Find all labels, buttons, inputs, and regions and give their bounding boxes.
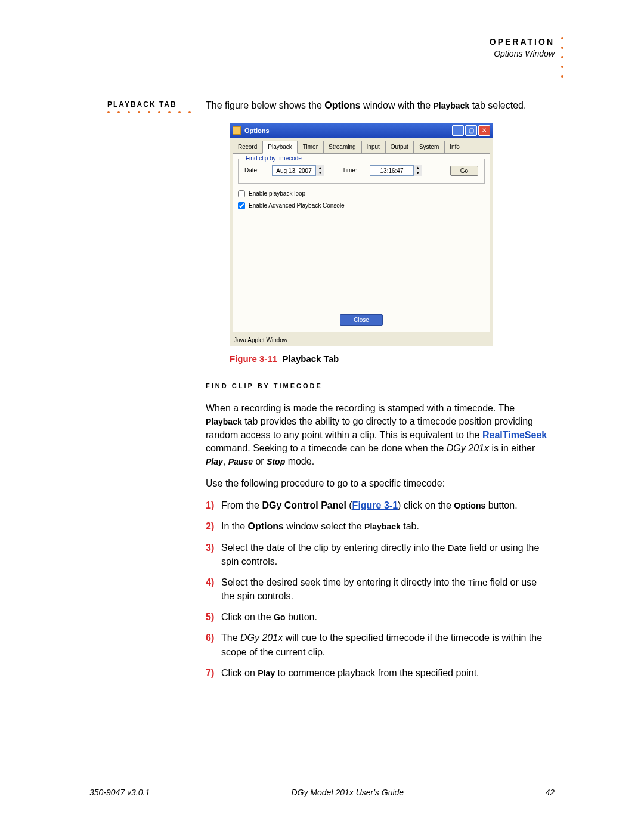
find-clip-group: Find clip by timecode Date: ▴▾ Time:: [238, 159, 485, 184]
step-5: 5)Click on the Go button.: [206, 610, 552, 624]
go-button[interactable]: Go: [450, 166, 478, 176]
time-down-icon[interactable]: ▾: [413, 171, 422, 176]
sidebar-heading: PLAYBACK TAB: [107, 100, 177, 109]
tab-output[interactable]: Output: [385, 141, 414, 154]
time-input[interactable]: [370, 168, 413, 174]
sidebar-dots: [107, 111, 191, 113]
time-label: Time:: [342, 166, 365, 175]
tab-system[interactable]: System: [414, 141, 444, 154]
date-up-icon[interactable]: ▴: [315, 165, 324, 171]
window-titlebar[interactable]: Options – ▢ ✕: [230, 123, 493, 138]
enable-loop-label: Enable playback loop: [249, 190, 305, 198]
footer-page: 42: [545, 788, 555, 797]
time-up-icon[interactable]: ▴: [413, 165, 422, 171]
intro-paragraph: The figure below shows the Options windo…: [206, 99, 552, 112]
paragraph-procedure-lead: Use the following procedure to go to a s…: [206, 477, 552, 490]
close-x-button[interactable]: ✕: [478, 125, 490, 136]
tab-input[interactable]: Input: [361, 141, 385, 154]
figure-caption: Figure 3-11 Playback Tab: [230, 352, 552, 365]
paragraph-timecode-desc: When a recording is made the recording i…: [206, 402, 552, 469]
enable-advanced-checkbox[interactable]: [238, 202, 245, 209]
step-7: 7)Click on Play to commence playback fro…: [206, 666, 552, 680]
footer-center: DGy Model 201x User's Guide: [291, 788, 404, 797]
status-bar: Java Applet Window: [230, 335, 493, 346]
realtimeseek-link[interactable]: RealTimeSeek: [482, 430, 547, 440]
section-label: Options Window: [490, 49, 555, 58]
figure-options-window: Options – ▢ ✕ Record Playback Timer Stre…: [230, 123, 552, 346]
time-spinner[interactable]: ▴▾: [370, 165, 422, 176]
enable-loop-checkbox[interactable]: [238, 190, 245, 197]
date-down-icon[interactable]: ▾: [315, 171, 324, 176]
step-3: 3)Select the date of the clip by enterin…: [206, 541, 552, 568]
enable-advanced-label: Enable Advanced Playback Console: [249, 202, 345, 210]
figure-3-1-link[interactable]: Figure 3-1: [352, 500, 398, 510]
tab-streaming[interactable]: Streaming: [323, 141, 361, 154]
page-footer: 350-9047 v3.0.1 DGy Model 201x User's Gu…: [89, 788, 555, 797]
subsection-heading: FIND CLIP BY TIMECODE: [206, 382, 552, 391]
window-title: Options: [244, 126, 452, 135]
footer-left: 350-9047 v3.0.1: [89, 788, 150, 797]
tab-strip: Record Playback Timer Streaming Input Ou…: [230, 138, 493, 153]
date-label: Date:: [244, 166, 267, 175]
minimize-button[interactable]: –: [452, 125, 464, 136]
group-legend: Find clip by timecode: [243, 154, 304, 163]
tab-info[interactable]: Info: [444, 141, 465, 154]
step-1: 1)From the DGy Control Panel (Figure 3-1…: [206, 498, 552, 512]
step-4: 4)Select the desired seek time by enteri…: [206, 575, 552, 603]
tab-playback[interactable]: Playback: [262, 141, 298, 154]
chapter-label: OPERATION: [490, 37, 555, 47]
step-6: 6)The DGy 201x will cue to the specified…: [206, 631, 552, 658]
maximize-button[interactable]: ▢: [465, 125, 477, 136]
tab-record[interactable]: Record: [233, 141, 262, 154]
header-dots: [561, 37, 564, 78]
window-icon: [233, 126, 241, 135]
step-2: 2)In the Options window select the Playb…: [206, 519, 552, 533]
tab-timer[interactable]: Timer: [298, 141, 323, 154]
close-button[interactable]: Close: [340, 314, 383, 326]
date-input[interactable]: [273, 168, 315, 174]
date-spinner[interactable]: ▴▾: [272, 165, 324, 176]
